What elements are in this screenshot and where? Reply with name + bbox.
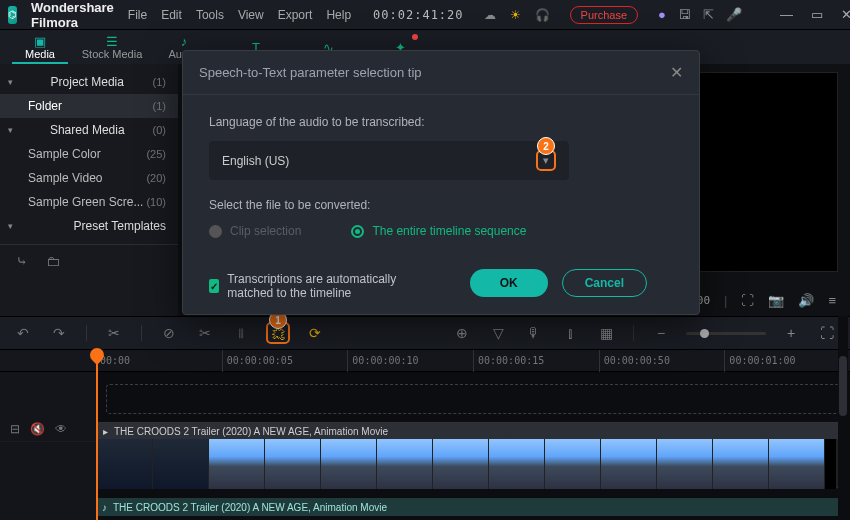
main-menu: File Edit Tools View Export Help <box>128 8 351 22</box>
crop-icon[interactable]: ✂ <box>194 322 216 344</box>
vertical-scrollbar[interactable] <box>838 316 848 516</box>
ruler-tick: 00:00:01:00 <box>724 350 850 372</box>
sidebar-project-media[interactable]: Project Media(1) <box>0 70 178 94</box>
dialog-title: Speech-to-Text parameter selection tip <box>199 65 422 80</box>
radio-clip-selection: Clip selection <box>209 224 301 238</box>
snapshot-icon[interactable]: ⛶ <box>741 293 754 308</box>
menu-help[interactable]: Help <box>326 8 351 22</box>
undo-icon[interactable]: ↶ <box>12 322 34 344</box>
split-icon[interactable]: ⊕ <box>451 322 473 344</box>
track-lock-icon[interactable]: ⊟ <box>10 422 20 436</box>
track-vis-icon[interactable]: 👁 <box>55 422 67 436</box>
language-select[interactable]: English (US) 2 ▾ <box>209 141 569 180</box>
audio-tool-icon[interactable]: ⫴ <box>230 322 252 344</box>
timeline-toolbar: ↶ ↷ ✂ ⊘ ✂ ⫴ 1 🗯 ⟳ ⊕ ▽ 🎙 ⫿ ▦ − + ⛶ <box>0 316 850 350</box>
new-folder-icon[interactable]: ⤷ <box>16 253 28 269</box>
sidebar-sample-color[interactable]: Sample Color(25) <box>0 142 178 166</box>
sidebar-sample-video[interactable]: Sample Video(20) <box>0 166 178 190</box>
language-value: English (US) <box>222 154 289 168</box>
zoom-in-icon[interactable]: + <box>780 322 802 344</box>
sun-icon[interactable]: ☀ <box>510 8 521 22</box>
render-icon[interactable]: ▦ <box>595 322 617 344</box>
notification-dot <box>412 34 418 40</box>
language-label: Language of the audio to be transcribed: <box>209 115 673 129</box>
video-clip[interactable]: ▸THE CROODS 2 Trailer (2020) A NEW AGE, … <box>96 422 840 488</box>
track-mute-icon[interactable]: 🔇 <box>30 422 45 436</box>
auto-match-checkbox[interactable]: ✓ <box>209 279 219 293</box>
profile-icon[interactable]: ● <box>658 7 666 22</box>
support-icon[interactable]: 🎧 <box>535 8 550 22</box>
save-icon[interactable]: 🖫 <box>678 7 691 22</box>
track-gutter: ⊟🔇👁 <box>0 372 96 520</box>
ruler-tick: 00:00:00:10 <box>347 350 473 372</box>
menu-export[interactable]: Export <box>278 8 313 22</box>
playhead[interactable] <box>96 350 98 520</box>
sidebar-shared-media[interactable]: Shared Media(0) <box>0 118 178 142</box>
voiceover-icon[interactable]: 🎙 <box>523 322 545 344</box>
audio-title: THE CROODS 2 Trailer (2020) A NEW AGE, A… <box>113 502 387 513</box>
mic-icon[interactable]: 🎤 <box>726 7 742 22</box>
ok-button[interactable]: OK <box>470 269 548 297</box>
auto-match-label: Transcriptions are automatically matched… <box>227 272 443 300</box>
app-logo-icon: ⌬ <box>8 6 17 24</box>
cloud-icon[interactable]: ☁ <box>484 8 496 22</box>
audio-clip[interactable]: ♪ THE CROODS 2 Trailer (2020) A NEW AGE,… <box>96 498 840 516</box>
close-icon[interactable]: ✕ <box>841 7 850 22</box>
cut-icon[interactable]: ✂ <box>103 322 125 344</box>
zoom-fit-icon[interactable]: ⛶ <box>816 322 838 344</box>
zoom-out-icon[interactable]: − <box>650 322 672 344</box>
export-icon[interactable]: ⇱ <box>703 7 714 22</box>
minimize-icon[interactable]: — <box>780 7 793 22</box>
folder-icon[interactable]: 🗀 <box>46 253 60 269</box>
menu-file[interactable]: File <box>128 8 147 22</box>
maximize-icon[interactable]: ▭ <box>811 7 823 22</box>
ruler-tick: 00:00:00:05 <box>222 350 348 372</box>
speech-to-text-dialog: Speech-to-Text parameter selection tip ✕… <box>182 50 700 315</box>
annotation-badge-2: 2 <box>537 137 555 155</box>
radio-entire-timeline[interactable]: The entire timeline sequence <box>351 224 526 238</box>
language-chevron-icon[interactable]: 2 ▾ <box>536 150 556 171</box>
cancel-button[interactable]: Cancel <box>562 269 647 297</box>
timeline: ⊟🔇👁 ▸THE CROODS 2 Trailer (2020) A NEW A… <box>0 372 850 520</box>
title-bar: ⌬ Wondershare Filmora File Edit Tools Vi… <box>0 0 850 30</box>
app-title: Wondershare Filmora <box>31 0 114 30</box>
redo-icon[interactable]: ↷ <box>48 322 70 344</box>
delete-icon[interactable]: ⊘ <box>158 322 180 344</box>
tab-media[interactable]: ▣Media <box>4 30 76 64</box>
empty-track-hint[interactable] <box>106 384 840 414</box>
ruler-tick: 00:00:00:15 <box>473 350 599 372</box>
speed-icon[interactable]: ⟳ <box>304 322 326 344</box>
audio-icon: ♪ <box>102 502 107 513</box>
settings-icon[interactable]: ≡ <box>828 293 836 308</box>
zoom-slider[interactable] <box>686 332 766 335</box>
camera-icon[interactable]: 📷 <box>768 293 784 308</box>
clip-type-icon: ▸ <box>103 426 108 437</box>
mixer-icon[interactable]: ⫿ <box>559 322 581 344</box>
timeline-ruler[interactable]: 00:00 00:00:00:05 00:00:00:10 00:00:00:1… <box>0 350 850 372</box>
volume-icon[interactable]: 🔊 <box>798 293 814 308</box>
menu-view[interactable]: View <box>238 8 264 22</box>
media-sidebar: Project Media(1) Folder(1) Shared Media(… <box>0 64 178 316</box>
sidebar-folder[interactable]: Folder(1) <box>0 94 178 118</box>
file-select-label: Select the file to be converted: <box>209 198 673 212</box>
ruler-tick: 00:00 <box>96 350 222 372</box>
menu-edit[interactable]: Edit <box>161 8 182 22</box>
sidebar-preset-templates[interactable]: Preset Templates <box>0 214 178 238</box>
menu-tools[interactable]: Tools <box>196 8 224 22</box>
purchase-button[interactable]: Purchase <box>570 6 638 24</box>
marker-icon[interactable]: ▽ <box>487 322 509 344</box>
speech-to-text-icon[interactable]: 1 🗯 <box>266 322 290 344</box>
tab-stock-media[interactable]: ☰Stock Media <box>76 30 148 64</box>
dialog-close-icon[interactable]: ✕ <box>670 63 683 82</box>
header-timecode: 00:02:41:20 <box>373 8 463 22</box>
clip-title: THE CROODS 2 Trailer (2020) A NEW AGE, A… <box>114 426 388 437</box>
sidebar-sample-green[interactable]: Sample Green Scre...(10) <box>0 190 178 214</box>
ruler-tick: 00:00:00:50 <box>599 350 725 372</box>
